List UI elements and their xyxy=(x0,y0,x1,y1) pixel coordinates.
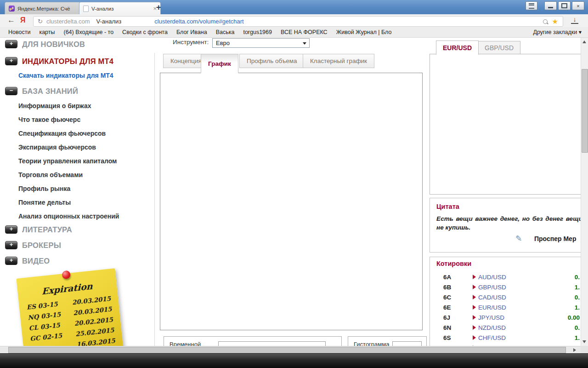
restore-button[interactable] xyxy=(558,1,571,10)
browser-tab-vanaliz[interactable]: V-анализ × xyxy=(79,2,161,15)
other-bookmarks-button[interactable]: Другие закладки ▾ xyxy=(533,29,582,35)
bookmark-item[interactable]: карты xyxy=(39,29,55,35)
sidebar-section-label: ВИДЕО xyxy=(22,257,50,265)
note-contract: ES 03-15 xyxy=(26,300,58,311)
sidebar-item-label: Понятие дельты xyxy=(18,199,71,206)
new-tab-button[interactable]: + xyxy=(156,3,161,12)
bookmark-item[interactable]: Васька xyxy=(216,29,235,35)
sidebar-item-что-такое-фьючерс[interactable]: Что такое фьючерс xyxy=(0,114,154,125)
address-site: clusterdelta.com xyxy=(46,18,90,25)
sidebar-item-label: Анализ опционных настроений xyxy=(18,213,119,220)
browser-tab-metrica[interactable]: Яндекс.Метрика: Счё xyxy=(5,2,85,15)
sidebar-item-видео[interactable]: +ВИДЕО xyxy=(0,255,154,266)
tab-close-icon[interactable]: × xyxy=(150,5,157,12)
bookmark-item[interactable]: Блог Ивана xyxy=(176,29,207,35)
address-url[interactable]: clusterdelta.com/volume#getchart xyxy=(154,18,243,25)
search-icon[interactable] xyxy=(543,19,548,24)
sidebar-item-индикаторы-для-mt4[interactable]: +ИНДИКАТОРЫ ДЛЯ MT4 xyxy=(0,56,154,67)
instrument-select[interactable]: Евро xyxy=(212,38,310,48)
divider xyxy=(154,53,155,346)
expand-plus-icon[interactable]: + xyxy=(5,57,17,65)
sidebar-item-база-знаний[interactable]: −БАЗА ЗНАНИЙ xyxy=(0,86,154,97)
downloads-icon[interactable]: ↓ xyxy=(571,16,578,24)
quote-symbol-code: 6N xyxy=(443,324,451,331)
note-date: 20.02.2015 xyxy=(74,316,113,327)
scroll-up-icon[interactable] xyxy=(582,40,586,43)
quote-pair-link[interactable]: NZD/USD xyxy=(478,324,506,331)
quote-pair-link[interactable]: GBP/USD xyxy=(478,284,506,291)
quote-pair-link[interactable]: AUD/USD xyxy=(478,274,506,281)
quote-symbol-code: 6E xyxy=(443,304,451,311)
expand-plus-icon[interactable]: + xyxy=(5,225,17,234)
quote-symbol-code: 6B xyxy=(443,284,451,291)
sidebar-item-скачать-индикаторы-для-mt4[interactable]: Скачать индикаторы для MT4 xyxy=(0,70,154,81)
sidebar-item-информация-о-биржах[interactable]: Информация о биржах xyxy=(0,100,154,111)
sidebar-item-экспирация-фьючерсов[interactable]: Экспирация фьючерсов xyxy=(0,142,154,153)
browser-menu-button[interactable] xyxy=(526,1,537,10)
bookmark-item[interactable]: (64) Входящие - то xyxy=(63,29,113,35)
bookmark-item[interactable]: Новости xyxy=(8,29,30,35)
sidebar-item-теории-управления-капиталом[interactable]: Теории управления капиталом xyxy=(0,155,154,167)
quotes-title: Котировки xyxy=(436,260,471,267)
taskbar xyxy=(0,353,588,368)
bookmark-item[interactable]: ВСЕ НА ФОРЕКС xyxy=(281,29,328,35)
yandex-logo[interactable]: Я xyxy=(20,16,26,24)
quote-symbol-code: 6A xyxy=(443,274,451,281)
sidebar-item-брокеры[interactable]: +БРОКЕРЫ xyxy=(0,240,154,251)
collapse-minus-icon[interactable]: − xyxy=(5,87,17,95)
bookmark-item[interactable]: Сводки с фронта xyxy=(122,29,168,35)
note-date: 20.03.2015 xyxy=(72,295,111,306)
expand-plus-icon[interactable]: + xyxy=(5,241,17,249)
address-bar[interactable]: ↻ clusterdelta.com V-анализ clusterdelta… xyxy=(33,16,563,27)
tab-график[interactable]: График xyxy=(201,54,238,73)
pair-tab-gbpusd[interactable]: GBP/USD xyxy=(478,41,520,54)
instrument-value: Евро xyxy=(216,40,230,46)
quote-symbol-code: 6S xyxy=(443,334,451,341)
red-arrow-icon xyxy=(473,275,476,279)
sidebar-section-label: ИНДИКАТОРЫ ДЛЯ MT4 xyxy=(22,57,113,66)
quote-pair-link[interactable]: CAD/USD xyxy=(478,294,506,301)
expand-plus-icon[interactable]: + xyxy=(5,257,17,265)
chevron-down-icon xyxy=(303,42,306,45)
sidebar-item-label: Профиль рынка xyxy=(18,185,70,192)
sidebar-item-анализ-опционных-настроений[interactable]: Анализ опционных настроений xyxy=(0,211,154,222)
vertical-scrollbar-thumb[interactable] xyxy=(582,69,588,153)
quote-value: 0. xyxy=(534,294,580,301)
sidebar-item-label: Экспирация фьючерсов xyxy=(18,144,96,151)
sidebar-item-label: Спецификация фьючерсов xyxy=(18,130,106,137)
sidebar-item-литература[interactable]: +ЛИТЕРАТУРА xyxy=(0,224,154,235)
quote-symbol-code: 6C xyxy=(443,294,451,301)
quote-pair-link[interactable]: EUR/USD xyxy=(478,304,506,311)
screen: Яндекс.Метрика: Счё V-анализ × + × ← Я ↻… xyxy=(0,0,588,368)
note-date: 20.03.2015 xyxy=(73,305,112,316)
sidebar-section-label: БРОКЕРЫ xyxy=(22,241,61,250)
sidebar-item-профиль-рынка[interactable]: Профиль рынка xyxy=(0,183,154,194)
expand-plus-icon[interactable]: + xyxy=(5,40,17,48)
scroll-right-icon[interactable] xyxy=(573,348,576,352)
quote-pair-link[interactable]: CHF/USD xyxy=(478,334,506,341)
horizontal-scrollbar-thumb[interactable] xyxy=(8,347,566,353)
page-icon xyxy=(83,6,89,12)
back-button[interactable]: ← xyxy=(7,16,15,25)
note-contract: CL 03-15 xyxy=(28,321,60,332)
pen-icon: ✎ xyxy=(515,234,522,243)
bookmark-item[interactable]: torgus1969 xyxy=(243,29,272,35)
red-arrow-icon xyxy=(473,295,476,299)
scroll-down-icon[interactable] xyxy=(582,340,586,343)
sidebar-item-понятие-дельты[interactable]: Понятие дельты xyxy=(0,197,154,208)
sidebar-item-торговля-объемами[interactable]: Торговля объемами xyxy=(0,169,154,180)
bookmark-item[interactable]: Живой Журнал | Бло xyxy=(336,29,392,35)
sidebar-item-спецификация-фьючерсов[interactable]: Спецификация фьючерсов xyxy=(0,128,154,139)
quote-value: 1. xyxy=(534,304,580,311)
tab-кластерный-график[interactable]: Кластерный график xyxy=(303,54,374,68)
restore-icon xyxy=(561,3,567,8)
close-button[interactable]: × xyxy=(572,1,584,10)
quote-pair-link[interactable]: JPY/USD xyxy=(478,314,504,321)
sidebar-section-label: ЛИТЕРАТУРА xyxy=(22,225,72,234)
sidebar-item-для-новичков[interactable]: +ДЛЯ НОВИЧКОВ xyxy=(0,39,154,50)
pair-tab-eurusd[interactable]: EUR/USD xyxy=(436,40,479,55)
minimize-button[interactable] xyxy=(544,1,557,10)
tab-профиль-объема[interactable]: Профиль объема xyxy=(239,54,305,68)
bookmark-star-icon[interactable]: ★ xyxy=(552,17,558,26)
refresh-icon[interactable]: ↻ xyxy=(38,18,43,25)
